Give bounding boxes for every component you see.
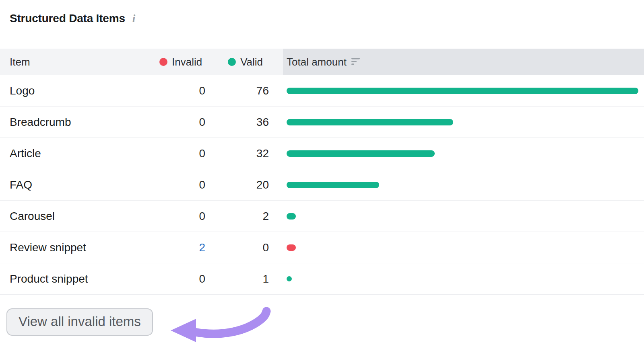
table-header: Item Invalid Valid Total amount bbox=[0, 49, 644, 75]
valid-bar-segment bbox=[287, 276, 292, 281]
valid-count: 1 bbox=[205, 273, 269, 285]
legend-invalid: Invalid bbox=[159, 56, 202, 68]
total-amount-bar bbox=[269, 182, 644, 188]
table-body: Logo076Breadcrumb036Article032FAQ020Caro… bbox=[0, 75, 644, 295]
valid-bar-segment bbox=[287, 213, 296, 220]
total-amount-bar bbox=[269, 88, 644, 94]
invalid-count: 0 bbox=[145, 178, 205, 191]
item-label: Product snippet bbox=[0, 273, 145, 285]
total-amount-bar bbox=[269, 119, 644, 125]
valid-dot-icon bbox=[228, 58, 236, 66]
widget-header: Structured Data Items i bbox=[10, 12, 644, 30]
valid-bar-segment bbox=[287, 150, 435, 157]
invalid-bar-segment bbox=[287, 244, 296, 251]
invalid-count: 0 bbox=[145, 116, 205, 129]
table-row: Carousel02 bbox=[0, 201, 644, 232]
total-amount-bar bbox=[269, 276, 644, 281]
column-header-item: Item bbox=[0, 56, 159, 68]
item-label: FAQ bbox=[0, 178, 145, 191]
valid-count: 0 bbox=[205, 241, 269, 254]
table-row: FAQ020 bbox=[0, 169, 644, 201]
item-label: Carousel bbox=[0, 210, 145, 223]
view-all-invalid-items-button[interactable]: View all invalid items bbox=[6, 308, 153, 336]
table-header-total: Total amount bbox=[283, 49, 644, 75]
valid-count: 2 bbox=[205, 210, 269, 223]
invalid-dot-icon bbox=[159, 58, 167, 66]
info-icon[interactable]: i bbox=[132, 12, 136, 25]
valid-count: 76 bbox=[205, 84, 269, 97]
valid-bar-segment bbox=[287, 182, 379, 188]
total-amount-bar bbox=[269, 150, 644, 157]
item-label: Article bbox=[0, 147, 145, 160]
page-title: Structured Data Items bbox=[10, 12, 125, 25]
invalid-count: 0 bbox=[145, 84, 205, 97]
invalid-count: 0 bbox=[145, 147, 205, 160]
valid-count: 32 bbox=[205, 147, 269, 160]
valid-bar-segment bbox=[287, 88, 638, 94]
item-label: Breadcrumb bbox=[0, 116, 145, 129]
item-label: Review snippet bbox=[0, 241, 145, 254]
item-label: Logo bbox=[0, 84, 145, 97]
total-amount-bar bbox=[269, 244, 644, 251]
invalid-count: 0 bbox=[145, 273, 205, 285]
table-row: Review snippet20 bbox=[0, 232, 644, 263]
table-header-left: Item Invalid Valid bbox=[0, 49, 283, 75]
table-row: Product snippet01 bbox=[0, 263, 644, 295]
column-header-invalid: Invalid bbox=[172, 56, 202, 68]
column-header-valid: Valid bbox=[240, 56, 263, 68]
table-row: Article032 bbox=[0, 138, 644, 169]
invalid-count: 0 bbox=[145, 210, 205, 223]
invalid-count-link[interactable]: 2 bbox=[145, 241, 205, 254]
valid-count: 20 bbox=[205, 178, 269, 191]
total-amount-bar bbox=[269, 213, 644, 220]
sort-descending-icon[interactable] bbox=[351, 56, 361, 68]
structured-data-widget: Structured Data Items i Item Invalid Val… bbox=[0, 0, 644, 336]
widget-footer: View all invalid items bbox=[6, 308, 644, 336]
valid-count: 36 bbox=[205, 116, 269, 129]
column-header-total-amount: Total amount bbox=[287, 56, 347, 68]
table-row: Logo076 bbox=[0, 75, 644, 107]
valid-bar-segment bbox=[287, 119, 453, 125]
legend-valid: Valid bbox=[228, 56, 263, 68]
table-row: Breadcrumb036 bbox=[0, 107, 644, 138]
